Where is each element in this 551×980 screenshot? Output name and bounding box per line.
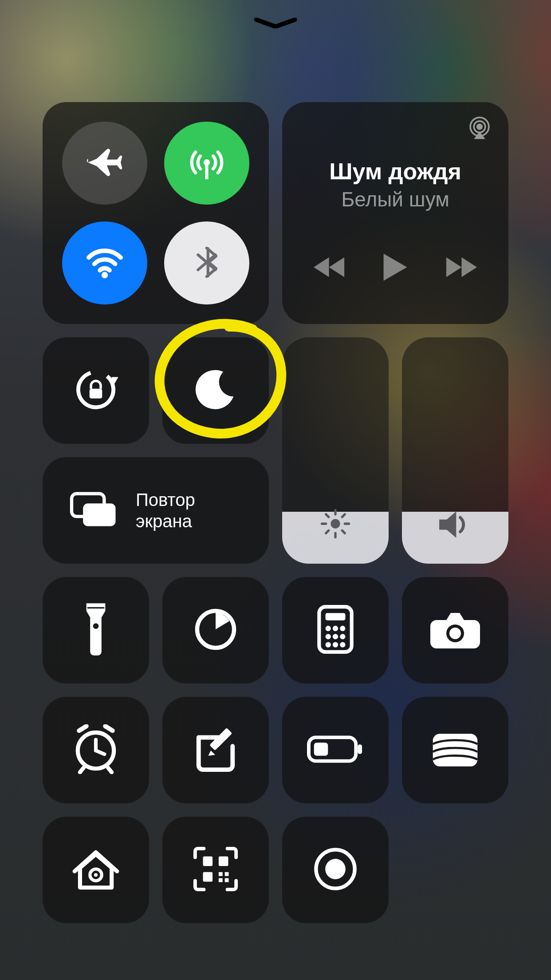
svg-point-32 — [340, 642, 345, 648]
svg-point-26 — [340, 626, 345, 631]
orientation-lock-icon — [71, 365, 120, 416]
bluetooth-toggle[interactable] — [164, 221, 249, 304]
svg-rect-42 — [358, 744, 362, 754]
next-track-button[interactable] — [445, 255, 477, 281]
svg-rect-50 — [219, 872, 223, 876]
svg-point-55 — [325, 859, 346, 879]
media-controls — [295, 252, 495, 284]
volume-icon — [437, 509, 474, 542]
svg-line-38 — [80, 768, 83, 772]
svg-point-29 — [340, 634, 345, 639]
wifi-toggle[interactable] — [62, 221, 147, 304]
svg-line-16 — [342, 530, 345, 533]
home-button[interactable] — [43, 817, 149, 923]
camera-icon — [429, 609, 482, 652]
svg-line-18 — [342, 514, 345, 517]
alarm-button[interactable] — [43, 697, 149, 803]
brightness-slider[interactable] — [282, 337, 389, 564]
timer-icon — [193, 606, 239, 654]
svg-point-34 — [449, 628, 461, 639]
flashlight-button[interactable] — [43, 577, 149, 684]
media-title: Шум дождя — [329, 158, 461, 185]
battery-low-power-icon — [307, 734, 364, 766]
moon-icon — [194, 368, 237, 413]
svg-line-15 — [326, 514, 329, 517]
svg-point-28 — [333, 634, 338, 639]
airplay-icon[interactable] — [467, 115, 492, 143]
svg-line-37 — [96, 751, 104, 754]
svg-point-31 — [333, 642, 338, 648]
wifi-icon — [85, 242, 125, 284]
svg-rect-51 — [225, 872, 229, 876]
wallet-button[interactable] — [402, 697, 508, 803]
svg-rect-43 — [314, 743, 328, 756]
connectivity-module — [43, 102, 269, 324]
now-playing-module[interactable]: Шум дождя Белый шум — [282, 102, 508, 324]
alarm-clock-icon — [71, 724, 121, 776]
volume-slider[interactable] — [402, 337, 508, 564]
svg-point-25 — [333, 626, 338, 631]
svg-point-27 — [326, 634, 331, 639]
svg-point-46 — [94, 873, 98, 877]
notes-button[interactable] — [162, 697, 269, 803]
bluetooth-icon — [191, 247, 222, 280]
qr-scanner-button[interactable] — [162, 817, 269, 923]
svg-rect-7 — [90, 389, 102, 399]
brightness-icon — [319, 507, 352, 542]
svg-point-19 — [93, 623, 99, 629]
svg-point-5 — [477, 124, 482, 129]
control-center: Шум дождя Белый шум Повтор экран — [43, 102, 508, 923]
svg-rect-48 — [219, 857, 228, 866]
screen-mirroring-icon — [69, 490, 118, 531]
svg-point-30 — [326, 642, 331, 648]
screen-mirroring-button[interactable]: Повтор экрана — [43, 457, 269, 564]
svg-point-2 — [102, 272, 108, 278]
svg-rect-20 — [87, 607, 104, 609]
svg-rect-49 — [203, 872, 213, 882]
svg-rect-47 — [203, 857, 213, 866]
airplane-mode-toggle[interactable] — [62, 122, 147, 205]
svg-line-17 — [326, 530, 329, 533]
play-button[interactable] — [382, 252, 409, 284]
home-icon — [71, 844, 121, 896]
svg-rect-9 — [83, 503, 115, 526]
qr-code-icon — [192, 845, 240, 895]
low-power-mode-toggle[interactable] — [282, 697, 389, 803]
svg-rect-23 — [326, 613, 346, 620]
svg-point-10 — [331, 519, 340, 528]
cellular-data-toggle[interactable] — [164, 122, 249, 205]
svg-line-39 — [108, 768, 111, 772]
camera-button[interactable] — [402, 577, 508, 684]
previous-track-button[interactable] — [314, 255, 346, 281]
screen-recording-button[interactable] — [282, 817, 389, 923]
wallet-icon — [429, 728, 481, 772]
orientation-lock-toggle[interactable] — [43, 337, 149, 444]
note-compose-icon — [192, 725, 240, 775]
timer-button[interactable] — [162, 577, 269, 684]
screen-mirroring-label: Повтор экрана — [136, 489, 195, 532]
do-not-disturb-toggle[interactable] — [162, 337, 269, 444]
dismiss-chevron-icon[interactable] — [254, 18, 297, 28]
calculator-icon — [317, 605, 354, 656]
cellular-antenna-icon — [187, 142, 227, 184]
calculator-button[interactable] — [282, 577, 389, 684]
svg-rect-1 — [205, 164, 208, 179]
svg-rect-52 — [219, 878, 223, 882]
airplane-icon — [87, 144, 123, 182]
svg-rect-53 — [225, 878, 229, 882]
media-subtitle: Белый шум — [341, 187, 449, 211]
flashlight-icon — [82, 603, 110, 658]
record-icon — [312, 846, 358, 894]
svg-point-24 — [326, 626, 331, 631]
